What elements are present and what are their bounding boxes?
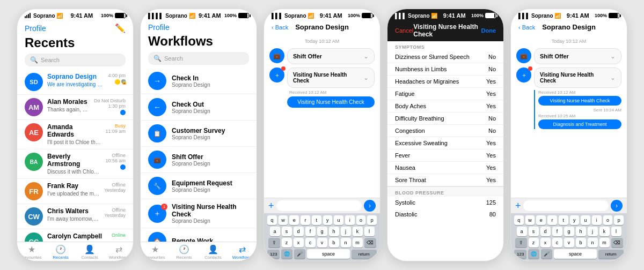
wf-icon-checkout: ← <box>148 98 166 116</box>
form-row-headaches[interactable]: Headaches or Migraines Yes <box>387 76 503 88</box>
chat-name-chris: Chris Walters <box>47 207 100 215</box>
tab-workflows-2[interactable]: ⇄ Workflows <box>228 244 257 260</box>
tab-favourites-2[interactable]: ★ Favourites <box>141 244 170 260</box>
form-row-congestion[interactable]: Congestion No <box>387 125 503 137</box>
phone-workflows: ▌▌▌▌ Soprano 📶 9:41 AM 100% Profile Work… <box>140 9 257 261</box>
chat-item-amanda[interactable]: AE Amanda Edwards I'll post it to Chloe … <box>17 120 133 149</box>
shift-offer-avatar-5: 💼 <box>516 48 531 63</box>
tab-recents-1[interactable]: 🕐 Recents <box>46 244 75 260</box>
time-2: 9:41 AM <box>199 12 221 19</box>
tab-contacts-1[interactable]: 👤 Contacts <box>75 244 104 260</box>
form-row-dizziness[interactable]: Dizziness or Slurred Speech No <box>387 51 503 63</box>
form-row-body-aches[interactable]: Body Aches Yes <box>387 100 503 112</box>
phone-chat2: ▌▌▌ Soprano 📶 9:41 AM 100% ‹ Back Sopran… <box>510 9 627 261</box>
form-row-breathing[interactable]: Difficulty Breathing No <box>387 112 503 125</box>
shift-offer-title: Shift Offer <box>293 53 322 59</box>
received-label-3: Received 10:12 AM <box>289 90 375 95</box>
nurse-card-title-3: Visiting Nurse Health Check <box>293 72 363 84</box>
chat-preview-soprano: We are investigating a system issue that… <box>47 81 104 88</box>
workflow-nurse[interactable]: ＋ 1 Visiting Nurse Health Check Soprano … <box>141 199 257 228</box>
input-plus-5[interactable]: + <box>515 200 521 212</box>
workflow-remote[interactable]: 🏠 Remote Work <box>141 228 257 242</box>
shift-offer-row: 💼 Shift Offer ⌄ <box>269 48 375 64</box>
phones-container: Soprano 📶 9:41 AM 100% Profile ✏️ Recent… <box>8 0 636 270</box>
form-row-sweating[interactable]: Excessive Sweating Yes <box>387 137 503 149</box>
search-icon-2: 🔍 <box>153 55 162 62</box>
profile-link-2[interactable]: Profile <box>148 23 170 32</box>
search-bar-1[interactable]: 🔍 Search <box>25 54 126 66</box>
back-button-5[interactable]: ‹ Back <box>518 24 535 31</box>
nav-header-1: Profile ✏️ <box>17 20 133 35</box>
cancel-btn-4[interactable]: Cancel <box>395 27 413 34</box>
badge-lock: 🔒 <box>121 79 126 84</box>
bp-row-systolic[interactable]: Systolic 125 <box>387 197 503 208</box>
nurse-avatar-5: ＋ <box>516 68 531 82</box>
send-btn-3[interactable]: › <box>364 200 376 212</box>
tab-favourites-1[interactable]: ★ Favourites <box>17 244 46 260</box>
profile-link-1[interactable]: Profile <box>25 24 46 33</box>
dark-header-4: Cancel Visiting Nurse Health Check Done <box>387 20 503 41</box>
phone-chat1: ▌▌▌ Soprano 📶 9:41 AM 100% ‹ Back Sopran… <box>264 9 380 261</box>
chat-name-carolyn: Carolyn Campbell <box>47 232 107 240</box>
message-area-3: Today 10:12 AM 💼 Shift Offer ⌄ ＋ Visitin… <box>264 34 380 198</box>
chat-item-chris[interactable]: CW Chris Walters I'm away tomorrow, how … <box>17 204 133 229</box>
status-bar-2: ▌▌▌▌ Soprano 📶 9:41 AM 100% <box>141 9 257 20</box>
chat-list-1: SD Soprano Design We are investigating a… <box>17 70 133 242</box>
received-10-12: Received 10:12 AM <box>538 90 621 95</box>
input-bar-5: + › <box>511 198 627 213</box>
tab-bar-1: ★ Favourites 🕐 Recents 👤 Contacts ⇄ Work… <box>17 242 133 261</box>
status-bar-1: Soprano 📶 9:41 AM 100% <box>17 9 133 20</box>
chat-name-frank: Frank Ray <box>47 182 100 190</box>
workflow-equipment[interactable]: 🔧 Equipment Request Soprano Design <box>141 173 257 199</box>
tab-bar-2: ★ Favourites 🕐 Recents 👤 Contacts ⇄ Work… <box>141 242 257 261</box>
nav-header-2: Profile <box>141 20 257 34</box>
wf-icon-remote: 🏠 <box>148 232 166 242</box>
form-row-fever[interactable]: Fever Yes <box>387 149 503 162</box>
tab-workflows-1[interactable]: ⇄ Workflows <box>104 244 133 260</box>
workflow-shift[interactable]: 💼 Shift Offer Soprano Design <box>141 147 257 173</box>
form-row-numbness[interactable]: Numbness in Limbs No <box>387 63 503 76</box>
compose-icon-1[interactable]: ✏️ <box>115 23 126 33</box>
keyboard-5: qwertyuiop asdfghjkl ⇧zxcvbnm⌫ 123 🌐 🎤 s… <box>511 213 627 261</box>
wf-icon-shift: 💼 <box>148 151 166 169</box>
symptoms-header: SYMPTOMS <box>387 41 503 51</box>
form-row-sore-throat[interactable]: Sore Throat Yes <box>387 174 503 186</box>
chat-item-beverly[interactable]: BA Beverly Armstrong Discuss it with Chl… <box>17 149 133 179</box>
back-button-3[interactable]: ‹ Back <box>272 24 288 31</box>
diagnosis-btn-5[interactable]: Diagnosis and Treatment <box>538 119 621 129</box>
search-bar-2[interactable]: 🔍 Search <box>148 52 249 65</box>
bp-row-diastolic[interactable]: Diastolic 80 <box>387 208 503 220</box>
nurse-card-title-5: Visiting Nurse Health Check <box>540 72 610 84</box>
input-field-3[interactable] <box>276 200 362 211</box>
chat-preview-beverly: Discuss it with Chloe when he's back fro… <box>47 168 101 175</box>
tab-contacts-2[interactable]: 👤 Contacts <box>199 244 228 260</box>
chat-title-3: Soprano Design <box>295 23 349 31</box>
chat-preview-frank: I've uploaded the minutes from todays me… <box>47 190 100 197</box>
workflow-checkin[interactable]: → Check In Soprano Design <box>141 68 257 94</box>
carrier-1: Soprano 📶 <box>25 13 63 19</box>
form-row-nausea[interactable]: Nausea Yes <box>387 162 503 174</box>
shift-offer-row-5: 💼 Shift Offer ⌄ <box>516 48 621 64</box>
tab-recents-2[interactable]: 🕐 Recents <box>170 244 199 260</box>
chat-preview-chris: I'm away tomorrow, how about Thursday? <box>47 215 100 222</box>
nurse-btn-5[interactable]: Visiting Nurse Health Check <box>538 96 621 106</box>
chat-item-carolyn[interactable]: CC Carolyn Campbell Online <box>17 229 133 242</box>
workflows-title: Workflows <box>141 34 257 52</box>
avatar-carolyn: CC <box>25 232 43 242</box>
workflow-checkout[interactable]: ← Check Out Soprano Design <box>141 94 257 121</box>
input-plus-3[interactable]: + <box>268 200 274 212</box>
send-btn-5[interactable]: › <box>611 200 623 212</box>
form-title-4: Visiting Nurse Health Check <box>413 23 481 38</box>
chat-name-beverly: Beverly Armstrong <box>47 153 101 168</box>
form-row-fatigue[interactable]: Fatigue Yes <box>387 88 503 100</box>
message-area-5: Today 10:12 AM 💼 Shift Offer ⌄ ＋ Visitin… <box>511 34 627 198</box>
nurse-blue-btn-3[interactable]: Visiting Nurse Health Check <box>287 96 375 108</box>
avatar-chris: CW <box>25 207 43 226</box>
chat-item-soprano[interactable]: SD Soprano Design We are investigating a… <box>17 70 133 95</box>
chat-item-frank[interactable]: FR Frank Ray I've uploaded the minutes f… <box>17 179 133 204</box>
input-field-5[interactable] <box>523 200 609 211</box>
workflow-survey[interactable]: 📋 Customer Survey Soprano Design <box>141 121 257 147</box>
nurse-thread-row-5: ＋ Visiting Nurse Health Check ⌄ Received… <box>516 68 621 129</box>
done-btn-4[interactable]: Done <box>481 27 496 34</box>
chat-item-alan[interactable]: AM Alan Morales Thanks again, see you so… <box>17 95 133 120</box>
